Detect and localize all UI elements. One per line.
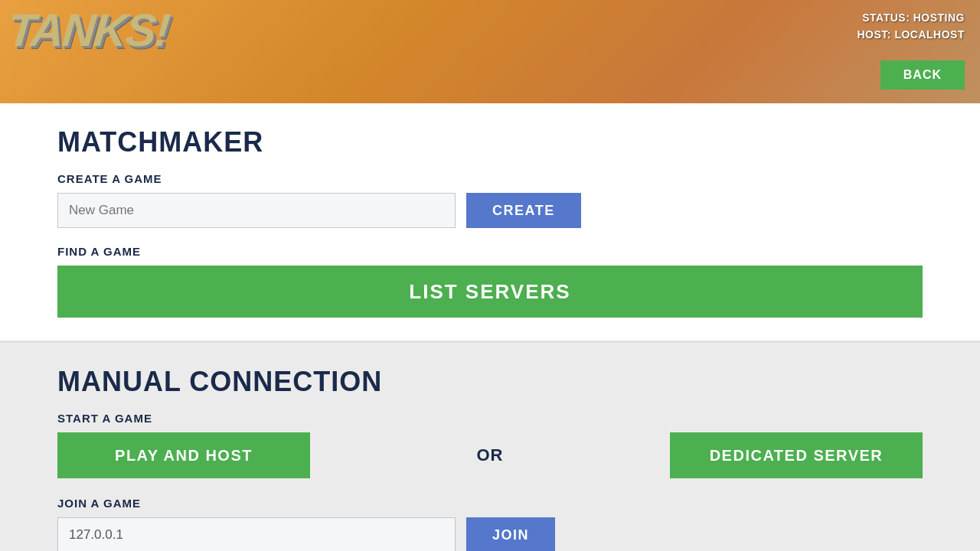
status-line1: STATUS: HOSTING bbox=[858, 9, 965, 26]
status-display: STATUS: HOSTING HOST: LOCALHOST bbox=[858, 9, 965, 44]
find-game-label: FIND A GAME bbox=[57, 245, 923, 258]
manual-connection-title: MANUAL CONNECTION bbox=[57, 366, 923, 398]
status-line2: HOST: LOCALHOST bbox=[858, 26, 965, 43]
back-button[interactable]: BACK bbox=[880, 60, 965, 90]
manual-connection-section: MANUAL CONNECTION START A GAME PLAY AND … bbox=[0, 343, 980, 551]
dedicated-server-button[interactable]: DEDICATED SERVER bbox=[670, 432, 923, 478]
join-game-label: JOIN A GAME bbox=[57, 497, 923, 510]
start-game-row: PLAY AND HOST OR DEDICATED SERVER bbox=[57, 432, 923, 478]
matchmaker-title: MATCHMAKER bbox=[57, 126, 923, 158]
or-label: OR bbox=[310, 445, 670, 465]
matchmaker-section: MATCHMAKER CREATE A GAME CREATE FIND A G… bbox=[0, 103, 980, 343]
start-game-label: START A GAME bbox=[57, 412, 923, 425]
join-button[interactable]: JOIN bbox=[466, 517, 555, 551]
create-button[interactable]: CREATE bbox=[466, 193, 581, 228]
logo: TANKS! bbox=[5, 4, 171, 57]
join-game-row: JOIN bbox=[57, 517, 923, 551]
game-name-input[interactable] bbox=[57, 193, 456, 228]
header: TANKS! STATUS: HOSTING HOST: LOCALHOST B… bbox=[0, 0, 980, 103]
list-servers-button[interactable]: LIST SERVERS bbox=[57, 266, 923, 318]
create-game-label: CREATE A GAME bbox=[57, 172, 923, 185]
create-game-row: CREATE bbox=[57, 193, 923, 228]
play-host-button[interactable]: PLAY AND HOST bbox=[57, 432, 310, 478]
ip-address-input[interactable] bbox=[57, 517, 456, 551]
